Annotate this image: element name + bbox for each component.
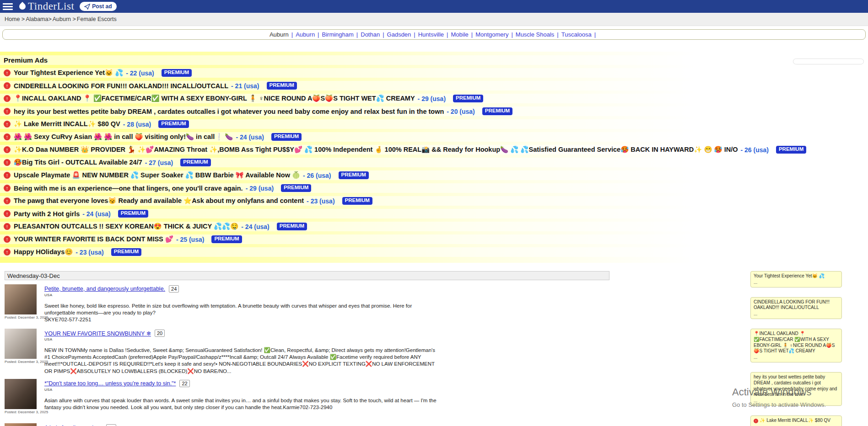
post-ad-button[interactable]: Post ad	[80, 2, 116, 11]
premium-ad-age: - 27 (usa)	[145, 159, 173, 166]
up-arrow-icon: ↑	[4, 108, 11, 115]
flame-icon	[18, 2, 27, 11]
city-link[interactable]: Mobile	[451, 31, 468, 38]
premium-ad-title[interactable]: Being with me is an experience—one that …	[14, 185, 243, 192]
city-link[interactable]: Huntsville	[418, 31, 444, 38]
premium-ad-title[interactable]: ✨K.O Daa NUMBER 👑 PROVIDER 💃 ✨💕AMAZING T…	[14, 146, 738, 154]
premium-badge: PREMIUM	[271, 133, 302, 141]
premium-ad-row: ↑ Party with 2 Hot girls - 24 (usa) PREM…	[0, 209, 868, 218]
paper-plane-icon	[84, 4, 90, 10]
premium-ad-title[interactable]: Party with 2 Hot girls	[14, 210, 80, 218]
premium-ad-row: ↑ hey its your best wettes petite baby D…	[0, 106, 868, 116]
sidebar-ad-title: ✨ Lake Merritt INCALL✨ $80 QV	[760, 418, 830, 423]
premium-ad-title[interactable]: 🌺 🌺 Sexy CuRvy Asian 🌺 🌺 in call 🍑 visit…	[14, 133, 233, 141]
listing-posted-date: Posted: December 3, 2025	[5, 315, 44, 320]
city-link[interactable]: Auburn	[270, 31, 289, 38]
city-link[interactable]: Birmingham	[322, 31, 354, 38]
city-link[interactable]: Muscle Shoals	[516, 31, 555, 38]
premium-ad-row: ↑ CINDERELLA LOOKING FOR FUN!!! OAKLAND!…	[0, 81, 868, 91]
premium-ad-row: ↑ 📍INCALL OAKLAND 📍 ✅FACETIME/CAR✅ WITH …	[0, 94, 868, 103]
premium-badge: PREMIUM	[339, 171, 369, 179]
city-link[interactable]: Montgomery	[475, 31, 508, 38]
premium-ad-title[interactable]: hey its your best wettes petite baby DRE…	[14, 108, 444, 115]
breadcrumb-link[interactable]: Home >	[5, 16, 25, 22]
premium-ad-title[interactable]: PLEASANTON OUTCALLS !! SEXY KOREAN😍 THIC…	[14, 223, 238, 230]
hamburger-menu-icon[interactable]	[3, 3, 13, 10]
premium-ad-age: - 25 (usa)	[176, 236, 204, 243]
up-arrow-icon: ↑	[4, 121, 11, 128]
premium-ad-title[interactable]: YOUR WINTER FAVORITE IS BACK DONT MISS 💕	[14, 235, 173, 243]
listing-thumbnail[interactable]	[5, 423, 37, 426]
breadcrumb-link[interactable]: Auburn >	[53, 16, 76, 22]
premium-ad-title[interactable]: 📍INCALL OAKLAND 📍 ✅FACETIME/CAR✅ WITH A …	[14, 95, 415, 102]
listing-thumbnail[interactable]	[5, 284, 37, 314]
listing-title-link[interactable]: *"Don't stare too long… unless you're re…	[44, 380, 176, 387]
sidebar-ad-title: hey its your best wettes petite baby DRE…	[754, 374, 837, 397]
city-separator: |	[557, 31, 558, 38]
listing-posted-date: Posted: December 3, 2025	[5, 410, 44, 414]
up-arrow-icon: ↑	[4, 185, 11, 192]
listing-row: Posted: December 3, 2025 YOUR NEW FAVORI…	[5, 329, 609, 375]
sidebar-premium-ad[interactable]: ↑✨ Lake Merritt INCALL✨ $80 QV ...	[750, 415, 842, 426]
premium-ad-title[interactable]: The pawg that everyone loves😼 Ready and …	[14, 197, 304, 205]
city-link[interactable]: Gadsden	[387, 31, 411, 38]
premium-ad-title[interactable]: Upscale Playmate 🚨 NEW NUMBER 💦 Super So…	[14, 171, 300, 179]
city-link[interactable]: Tuscaloosa	[561, 31, 592, 38]
sidebar-premium-ad[interactable]: hey its your best wettes petite baby DRE…	[750, 372, 842, 406]
premium-ad-row: ↑ Happy HOlidays😊 - 23 (usa) PREMIUM	[0, 247, 868, 257]
city-separator: |	[594, 31, 596, 38]
premium-badge: PREMIUM	[158, 120, 189, 128]
up-arrow-icon: ↑	[4, 82, 11, 89]
city-separator: |	[356, 31, 358, 38]
premium-ads-heading: Premium Ads	[4, 56, 48, 64]
premium-ad-age: - 28 (usa)	[123, 121, 151, 128]
listing-thumbnail[interactable]	[5, 329, 37, 359]
premium-ad-age: - 22 (usa)	[126, 69, 154, 77]
premium-badge: PREMIUM	[277, 223, 307, 230]
up-arrow-icon: ↑	[4, 172, 11, 179]
premium-ad-row: ↑ The pawg that everyone loves😼 Ready an…	[0, 196, 868, 206]
brand-logo[interactable]: TinderList	[19, 0, 74, 12]
premium-ad-row: ↑ 🌺 🌺 Sexy CuRvy Asian 🌺 🌺 in call 🍑 vis…	[0, 132, 868, 142]
premium-ad-title[interactable]: ✨ Lake Merritt INCALL✨ $80 QV	[14, 120, 120, 128]
listing-title-link[interactable]: Petite, brunette, and dangerously unforg…	[44, 286, 165, 292]
up-arrow-icon: ↑	[4, 223, 11, 230]
breadcrumb: Home >Alabama>Auburn >Female Escorts	[0, 13, 868, 26]
city-item: Auburn|	[270, 31, 296, 38]
premium-ad-age: - 21 (usa)	[231, 82, 259, 90]
breadcrumb-link[interactable]: Female Escorts	[77, 16, 117, 22]
premium-ad-age: - 24 (usa)	[82, 210, 110, 218]
city-separator: |	[318, 31, 319, 38]
premium-ad-row: ↑ ✨K.O Daa NUMBER 👑 PROVIDER 💃 ✨💕AMAZING…	[0, 145, 868, 154]
premium-badge: PREMIUM	[111, 248, 141, 256]
premium-ad-title[interactable]: Happy HOlidays😊	[14, 248, 73, 256]
premium-ad-row: ↑ YOUR WINTER FAVORITE IS BACK DONT MISS…	[0, 234, 868, 244]
sidebar-premium-ad[interactable]: Your Tightest Experience Yet🐱 💦 ...	[750, 271, 842, 288]
up-arrow-icon: ↑	[4, 159, 11, 166]
listing-age-badge: 20	[155, 330, 165, 337]
breadcrumb-link[interactable]: Alabama>	[26, 16, 52, 22]
listing-country: USA	[44, 293, 609, 297]
city-item: Mobile|	[451, 31, 475, 38]
sidebar-premium-ad[interactable]: 📍INCALL OAKLAND 📍 ✅FACETIME/CAR ✅WITH A …	[750, 329, 842, 362]
sidebar-ad-ellipsis: ...	[754, 311, 839, 317]
city-link[interactable]: Dothan	[361, 31, 380, 38]
city-separator: |	[511, 31, 512, 38]
city-separator: |	[447, 31, 448, 38]
premium-badge: PREMIUM	[482, 107, 512, 115]
sidebar-ad-ellipsis: ...	[754, 280, 839, 286]
city-separator: |	[291, 31, 293, 38]
premium-ad-row: ↑ Your Tightest Experience Yet🐱 💦 - 22 (…	[0, 68, 868, 78]
listing-thumbnail[interactable]	[5, 379, 37, 409]
city-link[interactable]: Auburn	[296, 31, 315, 38]
premium-ad-title[interactable]: 🥵Big Tits Girl - OUTCALL Available 24/7	[14, 159, 142, 166]
listing-title-link[interactable]: YOUR NEW FAVORITE SNOWBUNNY ❄	[44, 330, 151, 337]
premium-ad-title[interactable]: CINDERELLA LOOKING FOR FUN!!! OAKLAND!!!…	[14, 82, 228, 90]
sidebar-premium-ad[interactable]: CINDERELLA LOOKING FOR FUN!!! OAKLAND!!!…	[750, 297, 842, 319]
premium-ad-title[interactable]: Your Tightest Experience Yet🐱 💦	[14, 69, 123, 77]
listing-thumb-column	[5, 423, 44, 426]
up-arrow-icon: ↑	[4, 249, 11, 256]
top-navbar: TinderList Post ad	[0, 0, 868, 13]
up-arrow-icon: ↑	[4, 69, 11, 76]
listing-description: NEW IN TOWNMy name is Dallas !Seductive,…	[44, 347, 442, 375]
